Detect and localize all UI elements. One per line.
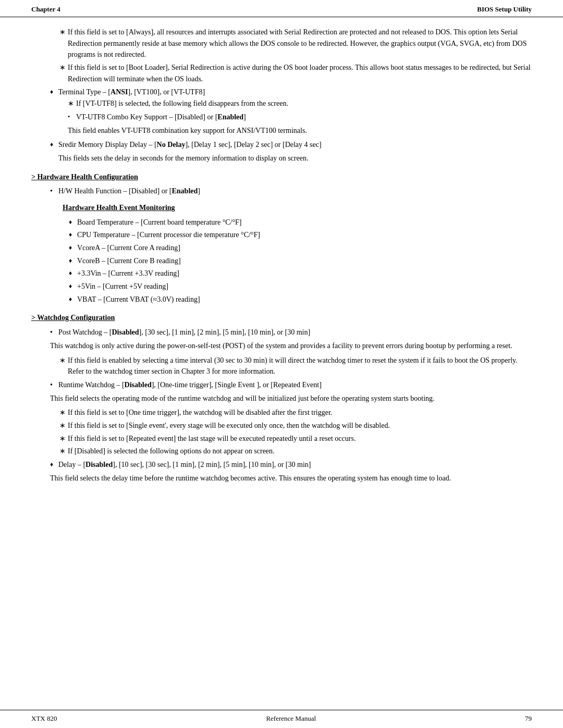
footer-product: XTX 820: [31, 714, 57, 723]
list-item: Terminal Type – [ANSI], [VT100], or [VT-…: [50, 87, 532, 136]
hw-health-config-heading: Hardware Health Configuration: [31, 171, 532, 183]
hw-health-event-heading: Hardware Health Event Monitoring: [63, 202, 532, 214]
sub-asterisk-list: If [VT-UTF8] is selected, the following …: [58, 98, 532, 109]
list-item: If this field is set to [Repeated event]…: [59, 433, 532, 445]
top-asterisk-list: If this field is set to [Always], all re…: [31, 27, 532, 84]
runtime-watchdog-list: Runtime Watchdog – [Disabled], [One-time…: [31, 379, 532, 391]
delay-para: This field selects the delay time before…: [31, 473, 532, 484]
header-title: BIOS Setup Utility: [477, 5, 532, 14]
list-item: +3.3Vin – [Current +3.3V reading]: [69, 268, 532, 279]
sub-bullet-list: VT-UTF8 Combo Key Support – [Disabled] o…: [58, 112, 532, 123]
list-item: VBAT – [Current VBAT (≈3.0V) reading]: [69, 294, 532, 305]
header-chapter: Chapter 4: [31, 5, 60, 14]
list-item: If this field is set to [Always], all re…: [59, 27, 532, 60]
diamond-list-top: Terminal Type – [ANSI], [VT100], or [VT-…: [31, 87, 532, 164]
delay-list: Delay – [Disabled], [10 sec], [30 sec], …: [31, 459, 532, 471]
list-item: If [Disabled] is selected the following …: [59, 446, 532, 457]
hw-health-event-heading-wrap: Hardware Health Event Monitoring: [31, 202, 532, 214]
post-watchdog-list: Post Watchdog – [Disabled], [30 sec], [1…: [31, 327, 532, 338]
list-item: If [VT-UTF8] is selected, the following …: [68, 98, 532, 109]
list-item: Post Watchdog – [Disabled], [30 sec], [1…: [50, 327, 532, 338]
list-item: If this field is set to [One time trigge…: [59, 407, 532, 418]
hw-health-event-list: Board Temperature – [Current board tempe…: [31, 217, 532, 305]
sub-para: This fields sets the delay in seconds fo…: [58, 153, 532, 164]
list-item: VcoreB – [Current Core B reading]: [69, 255, 532, 267]
hw-health-function-list: H/W Health Function – [Disabled] or [Ena…: [31, 186, 532, 197]
footer-page: 79: [525, 714, 532, 723]
watchdog-config-heading: Watchdog Configuration: [31, 312, 532, 324]
page-content: If this field is set to [Always], all re…: [0, 17, 563, 710]
post-watchdog-para: This watchdog is only active during the …: [31, 340, 532, 352]
list-item: Delay – [Disabled], [10 sec], [30 sec], …: [50, 459, 532, 471]
list-item: Runtime Watchdog – [Disabled], [One-time…: [50, 379, 532, 391]
runtime-watchdog-para: This field selects the operating mode of…: [31, 393, 532, 404]
runtime-watchdog-asterisk-list: If this field is set to [One time trigge…: [31, 407, 532, 457]
list-item: CPU Temperature – [Current processor die…: [69, 229, 532, 241]
page-footer: XTX 820 Reference Manual 79: [0, 710, 563, 728]
list-item: Board Temperature – [Current board tempe…: [69, 217, 532, 228]
list-item: Sredir Memory Display Delay – [No Delay]…: [50, 139, 532, 164]
list-item: +5Vin – [Current +5V reading]: [69, 281, 532, 292]
page: Chapter 4 BIOS Setup Utility If this fie…: [0, 0, 563, 728]
list-item: If this field is set to [Boot Loader], S…: [59, 62, 532, 84]
list-item: VcoreA – [Current Core A reading]: [69, 242, 532, 254]
sub-para: This field enables VT-UFT8 combination k…: [58, 125, 532, 137]
footer-manual: Reference Manual: [266, 714, 316, 723]
list-item: H/W Health Function – [Disabled] or [Ena…: [50, 186, 532, 197]
list-item: If this field is set to [Single event', …: [59, 420, 532, 431]
list-item: VT-UTF8 Combo Key Support – [Disabled] o…: [68, 112, 532, 123]
page-header: Chapter 4 BIOS Setup Utility: [0, 0, 563, 17]
list-item: If this field is enabled by selecting a …: [59, 355, 532, 377]
post-watchdog-asterisk-list: If this field is enabled by selecting a …: [31, 355, 532, 377]
